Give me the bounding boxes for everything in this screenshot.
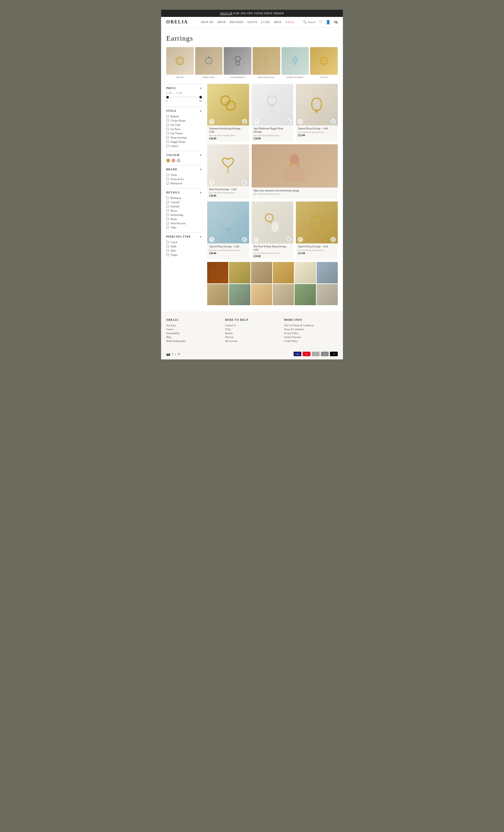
product-card-4[interactable]: ♡ 🛒 Heart Drop Earrings – Gold 9K Gold P…	[207, 144, 249, 199]
checkbox-t-bar[interactable]	[166, 226, 169, 229]
banner-signup-link[interactable]: SIGN UP	[220, 12, 232, 15]
category-hoop[interactable]: HOOP	[166, 47, 194, 79]
checkbox-ear-charms[interactable]	[166, 132, 169, 134]
pinterest-icon[interactable]: P	[178, 352, 180, 356]
product-card-8[interactable]: ♡ 🛒 Tapered Hoop Earrings – Gold 9K Gold…	[296, 202, 338, 259]
category-gold[interactable]: GOLD	[310, 47, 338, 79]
footer-link-delivery[interactable]: Delivery	[225, 336, 279, 339]
product-3-cart[interactable]: 🛒	[331, 119, 336, 124]
nav-brands[interactable]: BRANDS	[230, 21, 244, 24]
filter-brand-orelia-joe[interactable]: Orelia & Joe	[166, 177, 202, 181]
product-7-wishlist[interactable]: ♡	[254, 237, 259, 242]
checkbox-birthstone[interactable]	[166, 197, 169, 199]
search-box[interactable]: 🔍 Search	[303, 21, 316, 24]
insta-cell-11[interactable]	[295, 284, 316, 305]
product-8-cart[interactable]: 🛒	[331, 237, 336, 242]
checkbox-ear-cuffs[interactable]	[166, 124, 169, 126]
footer-link-brand-ambassadors[interactable]: Brand Ambassadors	[166, 340, 220, 342]
filter-piercing-conch[interactable]: Conch	[166, 240, 202, 244]
product-card-2[interactable]: ♡ 🛒 April Birthstone Huggie Hoop Earring…	[252, 84, 293, 142]
filter-style-barbells[interactable]: Barbells	[166, 114, 202, 119]
product-card-6[interactable]: ♡ 🛒 Tapered Hoop Earrings – Gold 9K Semi…	[207, 202, 249, 259]
filter-detail-celestial[interactable]: Celestial	[166, 200, 202, 204]
filter-brand-title[interactable]: BRAND ∧	[166, 168, 202, 171]
footer-link-sustainability[interactable]: Sustainability	[166, 332, 220, 335]
filter-detail-t-bar[interactable]: T-Bar	[166, 226, 202, 230]
checkbox-semi-precious[interactable]	[166, 222, 169, 225]
price-slider[interactable]	[166, 96, 202, 99]
category-decorative[interactable]: DECORATIVE	[253, 47, 280, 79]
nav-men[interactable]: MEN	[274, 21, 282, 24]
footer-link-careers[interactable]: Careers	[166, 328, 220, 331]
wishlist-icon[interactable]: ♡	[319, 20, 323, 25]
category-statement[interactable]: STATEMENT	[224, 47, 251, 79]
filter-style-title[interactable]: STYLE ∧	[166, 109, 202, 112]
checkbox-hearts[interactable]	[166, 209, 169, 212]
slider-max-dot[interactable]	[199, 96, 202, 99]
insta-cell-8[interactable]	[229, 284, 250, 305]
product-2-cart[interactable]: 🛒	[286, 119, 291, 124]
filter-piercing-type-title[interactable]: PIERCING TYPE ∧	[166, 235, 202, 238]
insta-cell-10[interactable]	[273, 284, 294, 305]
product-7-cart[interactable]: 🛒	[286, 237, 291, 242]
checkbox-tragus[interactable]	[166, 254, 169, 256]
product-4-wishlist[interactable]: ♡	[209, 180, 214, 185]
product-1-wishlist[interactable]: ♡	[209, 119, 214, 124]
nav-shop[interactable]: SHOP	[217, 21, 226, 24]
filter-colour-title[interactable]: COLOUR ∧	[166, 154, 202, 157]
footer-link-gift-card-tc[interactable]: Gift Card Terms & Conditions	[284, 324, 338, 327]
checkbox-barbells[interactable]	[166, 115, 169, 118]
filter-piercing-daith[interactable]: Daith	[166, 244, 202, 249]
twitter-icon[interactable]: t	[175, 352, 176, 356]
filter-detail-birthstone[interactable]: Birthstone	[166, 196, 202, 200]
filter-price-title[interactable]: PRICE ∨	[166, 87, 202, 90]
footer-link-student-discount[interactable]: Student Discount	[284, 336, 338, 339]
product-card-3[interactable]: ♡ 🛒 Tapered Hoop Earrings – Gold 9K Gold…	[296, 84, 338, 142]
footer-link-my-account[interactable]: My Account	[225, 340, 279, 342]
filter-detail-pearls[interactable]: Pearls	[166, 217, 202, 221]
footer-link-returns[interactable]: Returns	[225, 332, 279, 335]
filter-style-clicker-hoops[interactable]: Clicker Hoops	[166, 119, 202, 123]
checkbox-orelia[interactable]	[166, 174, 169, 176]
checkbox-huggie-hoops[interactable]	[166, 140, 169, 143]
category-gemstones[interactable]: GEM STONES	[282, 47, 309, 79]
swatch-gold[interactable]	[166, 159, 170, 162]
cart-icon[interactable]: 🛍	[334, 20, 338, 25]
checkbox-helix[interactable]	[166, 249, 169, 252]
filter-style-huggie-hoops[interactable]: Huggie Hoops	[166, 140, 202, 144]
footer-link-cookie[interactable]: Cookie Policy	[284, 340, 338, 342]
checkbox-celestial[interactable]	[166, 201, 169, 204]
slider-min-dot[interactable]	[166, 96, 169, 99]
checkbox-orelia-joe[interactable]	[166, 178, 169, 180]
swatch-rose[interactable]	[171, 159, 175, 162]
insta-cell-1[interactable]	[207, 262, 228, 283]
checkbox-waterproof[interactable]	[166, 182, 169, 185]
insta-cell-12[interactable]	[317, 284, 338, 305]
product-1-cart[interactable]: 🛒	[242, 119, 247, 124]
insta-cell-7[interactable]	[207, 284, 228, 305]
nav-new-in[interactable]: NEW IN	[201, 21, 213, 24]
checkbox-emerald[interactable]	[166, 205, 169, 208]
filter-piercing-tragus[interactable]: Tragus	[166, 253, 202, 257]
filter-detail-emerald[interactable]: Emerald	[166, 204, 202, 209]
insta-cell-5[interactable]	[295, 262, 316, 283]
product-6-wishlist[interactable]: ♡	[209, 237, 214, 242]
product-6-cart[interactable]: 🛒	[242, 237, 247, 242]
filter-brand-orelia[interactable]: Orelia	[166, 173, 202, 177]
filter-style-ear-charms[interactable]: Ear Charms	[166, 131, 202, 135]
insta-cell-4[interactable]	[273, 262, 294, 283]
footer-link-tc[interactable]: Terms & Conditions	[284, 328, 338, 331]
nav-luxe[interactable]: LUXE	[261, 21, 270, 24]
facebook-icon[interactable]: f	[172, 352, 173, 356]
checkbox-hoops-earrings[interactable]	[166, 136, 169, 139]
checkbox-daith[interactable]	[166, 245, 169, 248]
checkbox-ear-party[interactable]	[166, 128, 169, 130]
account-icon[interactable]: 👤	[326, 20, 331, 25]
filter-style-ear-cuffs[interactable]: Ear Cuffs	[166, 123, 202, 127]
footer-link-contact-us[interactable]: Contact Us	[225, 324, 279, 327]
filter-brand-waterproof[interactable]: Waterproof	[166, 181, 202, 186]
filter-piercing-helix[interactable]: Helix	[166, 249, 202, 253]
footer-link-faqs[interactable]: FAQs	[225, 328, 279, 331]
checkbox-interlocking[interactable]	[166, 213, 169, 216]
product-card-7[interactable]: ♡ 🛒 Flat Pearl & Rope Hoop Earrings – Go…	[252, 202, 293, 259]
